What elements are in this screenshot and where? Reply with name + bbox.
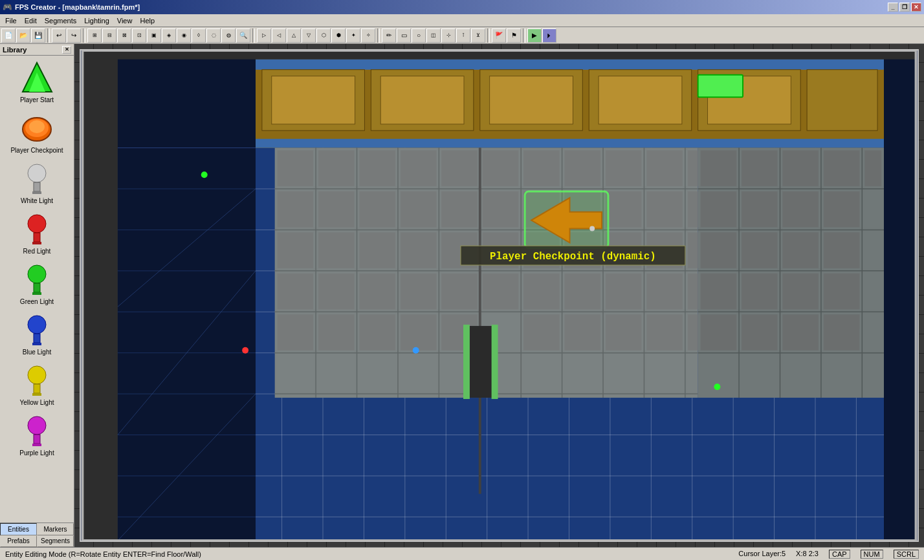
player-start-icon	[19, 59, 55, 95]
menu-view[interactable]: View	[113, 16, 137, 26]
tb-rect[interactable]: ▭	[397, 28, 411, 43]
lib-tab-markers[interactable]: Markers	[37, 523, 74, 535]
svg-point-17	[28, 366, 46, 384]
title-bar-controls[interactable]: _ ❐ ✕	[888, 3, 921, 12]
svg-rect-10	[32, 242, 41, 244]
blue-light-icon-container	[19, 312, 55, 347]
tb-flag2[interactable]: ⚑	[507, 28, 521, 43]
library-item-purple-light[interactable]: Purple Light	[0, 409, 74, 459]
library-panel: Library ✕ Player Start	[0, 44, 74, 547]
tb-c2[interactable]: ◁	[272, 28, 286, 43]
tb-new[interactable]: 📄	[1, 28, 16, 43]
tb-save[interactable]: 💾	[31, 28, 45, 43]
green-light-icon-container	[19, 261, 55, 297]
tb-b6[interactable]: ◈	[162, 28, 176, 43]
menu-bar: File Edit Segments Lighting View Help	[0, 14, 924, 27]
tb-b10[interactable]: ◍	[221, 28, 236, 43]
tb-d4[interactable]: ⊻	[471, 28, 485, 43]
tb-open[interactable]: 📂	[16, 28, 30, 43]
library-item-yellow-light[interactable]: Yellow Light	[0, 358, 74, 409]
tb-pencil[interactable]: ✏	[382, 28, 396, 43]
menu-help[interactable]: Help	[136, 16, 159, 26]
tb-sep-4	[377, 28, 380, 43]
tb-d2[interactable]: ⊹	[441, 28, 456, 43]
library-item-blue-light[interactable]: Blue Light	[0, 308, 74, 358]
library-item-player-checkpoint[interactable]: Player Checkpoint	[0, 106, 74, 156]
tb-b5[interactable]: ▣	[147, 28, 161, 43]
tb-b8[interactable]: ◊	[192, 28, 206, 43]
tb-c4[interactable]: ▽	[302, 28, 316, 43]
blue-light-label: Blue Light	[23, 349, 51, 356]
svg-rect-55	[256, 59, 884, 70]
svg-rect-182	[701, 314, 736, 350]
viewport[interactable]: Player Checkpoint (dynamic)	[80, 49, 919, 542]
svg-point-197	[201, 171, 208, 178]
svg-point-4	[29, 120, 45, 133]
svg-rect-190	[492, 325, 498, 399]
svg-rect-196	[698, 75, 743, 98]
svg-rect-6	[34, 182, 40, 191]
svg-text:Player Checkpoint (dynamic): Player Checkpoint (dynamic)	[490, 251, 656, 263]
tb-c3[interactable]: △	[287, 28, 301, 43]
white-light-icon-container	[19, 160, 55, 196]
tb-magnify[interactable]: 🔍	[236, 28, 250, 43]
tb-circle[interactable]: ○	[412, 28, 426, 43]
yellow-light-label: Yellow Light	[19, 399, 54, 406]
status-left: Entity Editing Mode (R=Rotate Entity ENT…	[5, 550, 201, 558]
tb-flag1[interactable]: 🚩	[492, 28, 506, 43]
tb-c6[interactable]: ⬢	[331, 28, 346, 43]
tb-b2[interactable]: ⊟	[102, 28, 116, 43]
menu-edit[interactable]: Edit	[21, 16, 41, 26]
tb-c5[interactable]: ⬡	[316, 28, 331, 43]
svg-rect-181	[824, 274, 859, 309]
minimize-button[interactable]: _	[888, 3, 898, 12]
svg-marker-68	[118, 59, 256, 541]
player-start-icon-container	[19, 59, 55, 95]
tb-c8[interactable]: ✧	[361, 28, 375, 43]
tb-b3[interactable]: ⊠	[117, 28, 131, 43]
svg-rect-177	[824, 232, 859, 268]
canvas-area[interactable]: Player Checkpoint (dynamic)	[74, 44, 924, 547]
tb-b7[interactable]: ◉	[177, 28, 191, 43]
tb-undo[interactable]: ↩	[52, 28, 66, 43]
tb-sep-5	[487, 28, 490, 43]
lib-tab-prefabs[interactable]: Prefabs	[0, 535, 37, 548]
tb-c7[interactable]: ✦	[346, 28, 360, 43]
library-item-green-light[interactable]: Green Light	[0, 257, 74, 308]
tb-run[interactable]: ⏵	[542, 28, 556, 43]
library-header: Library ✕	[0, 44, 74, 56]
menu-segments[interactable]: Segments	[41, 16, 81, 26]
tb-b4[interactable]: ⊡	[132, 28, 146, 43]
tb-b1[interactable]: ⊞	[87, 28, 102, 43]
purple-light-icon-container	[19, 413, 55, 448]
tb-play[interactable]: ▶	[527, 28, 542, 43]
library-scroll-area[interactable]: Player Start Player Checkpoint	[0, 56, 74, 522]
close-button[interactable]: ✕	[911, 3, 921, 12]
svg-rect-56	[256, 139, 884, 148]
num-indicator: NUM	[861, 550, 883, 559]
lib-tab-segments[interactable]: Segments	[37, 535, 74, 548]
tb-redo[interactable]: ↪	[67, 28, 81, 43]
library-item-player-start[interactable]: Player Start	[0, 56, 74, 106]
library-item-red-light[interactable]: Red Light	[0, 207, 74, 257]
menu-file[interactable]: File	[1, 16, 21, 26]
restore-button[interactable]: ❐	[899, 3, 910, 12]
tb-b9[interactable]: ◌	[206, 28, 221, 43]
red-light-icon	[19, 211, 55, 246]
title-bar-left: 🎮 FPS Creator - [mapbank\tamrin.fpm*]	[3, 3, 140, 12]
library-item-white-light[interactable]: White Light	[0, 156, 74, 207]
lib-tab-entities[interactable]: Entities	[0, 523, 37, 535]
library-close-button[interactable]: ✕	[62, 46, 71, 54]
tb-d1[interactable]: ◫	[426, 28, 441, 43]
red-light-label: Red Light	[23, 248, 51, 255]
coords: X:8 2:3	[796, 550, 819, 559]
svg-rect-12	[34, 283, 40, 292]
svg-rect-168	[824, 151, 859, 186]
app-icon: 🎮	[3, 3, 12, 12]
tb-c1[interactable]: ▷	[257, 28, 271, 43]
green-light-icon	[19, 261, 55, 297]
svg-point-11	[28, 265, 46, 283]
tb-d3[interactable]: ⊺	[456, 28, 470, 43]
blue-light-icon	[19, 312, 55, 347]
menu-lighting[interactable]: Lighting	[80, 16, 113, 26]
